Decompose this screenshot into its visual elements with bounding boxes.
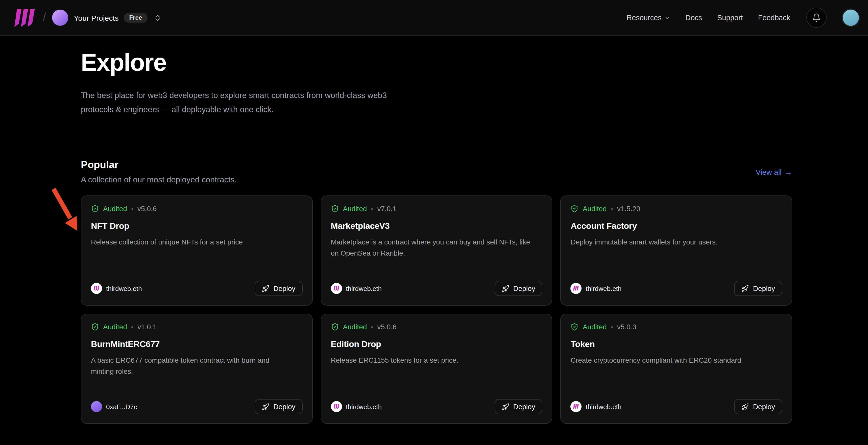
view-all-link[interactable]: View all → <box>755 167 792 176</box>
publisher-avatar <box>331 401 342 412</box>
publisher-name: 0xaF...D7c <box>106 403 137 410</box>
nav-resources[interactable]: Resources <box>626 13 670 22</box>
contract-card-burnminterc677[interactable]: Audited • v1.0.1 BurnMintERC677 A basic … <box>81 314 312 424</box>
project-avatar[interactable] <box>52 9 68 26</box>
page-title: Explore <box>81 49 792 76</box>
card-footer: thirdweb.eth Deploy <box>571 281 782 296</box>
contract-version: v5.0.3 <box>617 323 637 331</box>
audited-badge: Audited <box>343 323 367 331</box>
meta-separator: • <box>611 205 613 213</box>
rocket-icon <box>741 285 749 292</box>
card-footer: 0xaF...D7c Deploy <box>91 399 302 414</box>
publisher-name: thirdweb.eth <box>346 285 382 292</box>
contract-title: Edition Drop <box>331 340 542 350</box>
contract-title: MarketplaceV3 <box>331 221 542 231</box>
rocket-icon <box>501 285 509 292</box>
contract-description: Deploy immutable smart wallets for your … <box>571 236 782 248</box>
chevrons-up-down-icon <box>154 13 161 22</box>
shield-check-icon <box>571 323 579 331</box>
publisher-avatar <box>91 401 102 412</box>
audited-badge: Audited <box>103 204 127 213</box>
nav-support[interactable]: Support <box>717 13 743 22</box>
publisher-link[interactable]: thirdweb.eth <box>91 283 142 294</box>
popular-section-header: Popular A collection of our most deploye… <box>81 159 792 184</box>
contract-description: Release ERC1155 tokens for a set price. <box>331 355 542 366</box>
contract-version: v1.5.20 <box>617 204 641 213</box>
notifications-button[interactable] <box>806 7 827 28</box>
project-switcher-button[interactable] <box>154 13 161 22</box>
page-description: The best place for web3 developers to ex… <box>81 88 470 117</box>
contracts-grid: Audited • v5.0.6 NFT Drop Release collec… <box>81 195 792 424</box>
publisher-name: thirdweb.eth <box>586 403 622 410</box>
breadcrumb-separator: / <box>43 10 46 24</box>
publisher-link[interactable]: thirdweb.eth <box>331 401 382 412</box>
deploy-button[interactable]: Deploy <box>734 281 782 296</box>
explore-page: / Your Projects Free Resources Docs Supp… <box>0 0 868 445</box>
contract-description: A basic ERC677 compatible token contract… <box>91 355 302 377</box>
nav-docs[interactable]: Docs <box>685 13 702 22</box>
publisher-name: thirdweb.eth <box>106 285 142 292</box>
publisher-link[interactable]: thirdweb.eth <box>331 283 382 294</box>
publisher-avatar <box>91 283 102 294</box>
project-name[interactable]: Your Projects <box>74 13 119 22</box>
shield-check-icon <box>571 204 579 213</box>
publisher-link[interactable]: 0xaF...D7c <box>91 401 137 412</box>
publisher-avatar <box>571 283 582 294</box>
publisher-link[interactable]: thirdweb.eth <box>571 401 622 412</box>
top-navigation-bar: / Your Projects Free Resources Docs Supp… <box>0 0 868 36</box>
contract-version: v7.0.1 <box>377 204 396 213</box>
contract-version: v5.0.6 <box>377 323 396 331</box>
thirdweb-logo[interactable] <box>13 8 36 27</box>
card-meta-row: Audited • v1.5.20 <box>571 204 782 213</box>
card-footer: thirdweb.eth Deploy <box>331 281 542 296</box>
contract-title: NFT Drop <box>91 221 302 231</box>
meta-separator: • <box>371 323 373 330</box>
shield-check-icon <box>91 323 99 331</box>
shield-check-icon <box>91 204 99 213</box>
contract-description: Marketplace is a contract where you can … <box>331 236 542 259</box>
contract-description: Release collection of unique NFTs for a … <box>91 236 302 248</box>
contract-version: v5.0.6 <box>137 204 157 213</box>
contract-card-token[interactable]: Audited • v5.0.3 Token Create cryptocurr… <box>561 314 792 424</box>
publisher-name: thirdweb.eth <box>346 403 382 410</box>
plan-badge: Free <box>124 12 148 23</box>
publisher-avatar <box>571 401 582 412</box>
shield-check-icon <box>331 204 339 213</box>
contract-card-marketplacev3[interactable]: Audited • v7.0.1 MarketplaceV3 Marketpla… <box>320 195 552 306</box>
bell-icon <box>812 13 821 22</box>
deploy-button[interactable]: Deploy <box>494 281 542 296</box>
deploy-button[interactable]: Deploy <box>255 399 302 414</box>
contract-title: Token <box>571 340 782 350</box>
contract-card-account-factory[interactable]: Audited • v1.5.20 Account Factory Deploy… <box>561 195 792 306</box>
nav-feedback[interactable]: Feedback <box>758 13 790 22</box>
card-meta-row: Audited • v5.0.6 <box>331 323 542 331</box>
card-meta-row: Audited • v1.0.1 <box>91 323 302 331</box>
audited-badge: Audited <box>583 323 607 331</box>
rocket-icon <box>741 403 749 410</box>
publisher-avatar <box>331 283 342 294</box>
deploy-button[interactable]: Deploy <box>494 399 542 414</box>
publisher-name: thirdweb.eth <box>586 285 622 292</box>
contract-card-edition-drop[interactable]: Audited • v5.0.6 Edition Drop Release ER… <box>320 314 552 424</box>
audited-badge: Audited <box>343 204 367 213</box>
deploy-button[interactable]: Deploy <box>734 399 782 414</box>
audited-badge: Audited <box>103 323 127 331</box>
rocket-icon <box>501 403 509 410</box>
meta-separator: • <box>371 205 373 213</box>
publisher-link[interactable]: thirdweb.eth <box>571 283 622 294</box>
meta-separator: • <box>611 323 613 330</box>
contract-card-nft-drop[interactable]: Audited • v5.0.6 NFT Drop Release collec… <box>81 195 312 306</box>
shield-check-icon <box>331 323 339 331</box>
user-avatar[interactable] <box>842 8 860 27</box>
section-subtitle: A collection of our most deployed contra… <box>81 175 237 184</box>
rocket-icon <box>262 403 269 410</box>
card-footer: thirdweb.eth Deploy <box>91 281 302 296</box>
meta-separator: • <box>131 323 133 330</box>
audited-badge: Audited <box>583 204 607 213</box>
rocket-icon <box>262 285 269 292</box>
contract-title: Account Factory <box>571 221 782 231</box>
section-title: Popular <box>81 159 237 171</box>
chevron-down-icon <box>664 15 670 21</box>
arrow-right-icon: → <box>785 167 792 176</box>
deploy-button[interactable]: Deploy <box>255 281 302 296</box>
